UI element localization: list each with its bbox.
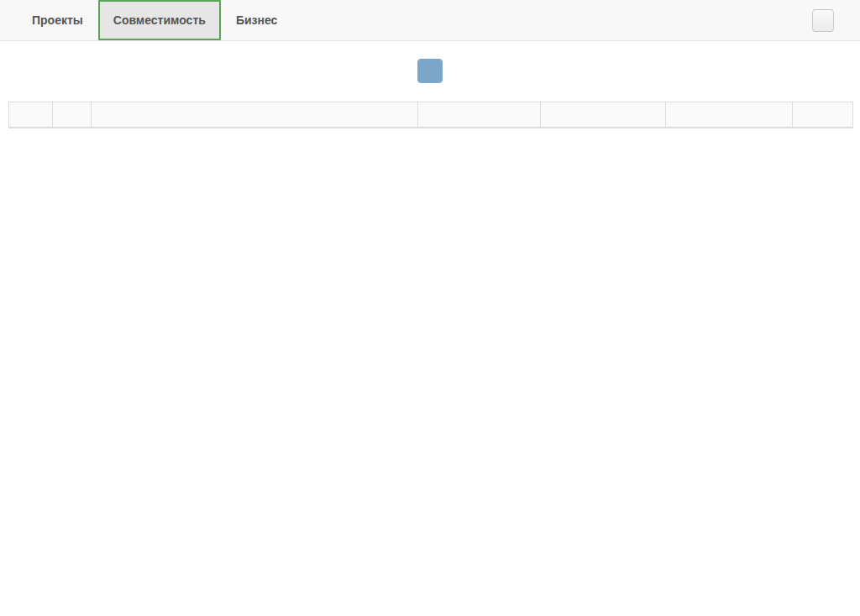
top-nav: Проекты Совместимость Бизнес — [0, 0, 860, 41]
nav-tab-label: Совместимость — [113, 13, 206, 27]
check-compatibility-button[interactable] — [417, 59, 443, 83]
nav-tab-0[interactable]: Проекты — [17, 0, 98, 40]
header-name — [92, 102, 418, 128]
header-id — [53, 102, 92, 128]
header-link — [793, 102, 853, 128]
table-header-row — [9, 102, 853, 128]
header-created — [541, 102, 666, 128]
page: Проекты Совместимость Бизнес — [0, 0, 860, 616]
toolbar — [0, 59, 860, 86]
nav-tabs: Проекты Совместимость Бизнес — [17, 0, 292, 40]
nav-tab-2[interactable]: Бизнес — [221, 0, 292, 40]
exit-program-button[interactable] — [812, 9, 834, 32]
header-updated — [666, 102, 793, 128]
compatibility-table — [8, 102, 853, 128]
nav-tab-label: Бизнес — [236, 13, 277, 27]
header-gender — [418, 102, 541, 128]
table-container — [8, 102, 852, 128]
nav-tab-label: Проекты — [32, 13, 83, 27]
header-select — [9, 102, 53, 128]
nav-tab-1[interactable]: Совместимость — [98, 0, 221, 40]
